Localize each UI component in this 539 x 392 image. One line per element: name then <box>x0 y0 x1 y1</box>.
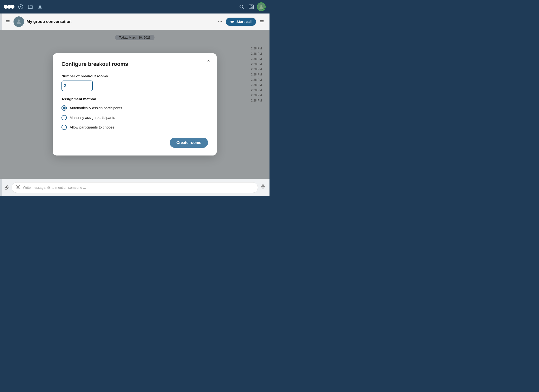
online-status-dot <box>263 8 265 10</box>
number-of-rooms-input[interactable] <box>61 81 93 91</box>
radio-manual-assign-label: Manually assign participants <box>70 115 115 120</box>
svg-line-7 <box>243 8 244 9</box>
create-rooms-button[interactable]: Create rooms <box>170 138 208 148</box>
svg-point-17 <box>220 21 220 22</box>
more-options-button[interactable] <box>216 18 224 26</box>
radio-manual-assign[interactable]: Manually assign participants <box>61 115 208 120</box>
message-input-field-container: Write message, @ to mention someone ... <box>12 182 258 193</box>
message-input-placeholder: Write message, @ to mention someone ... <box>23 186 254 189</box>
conversation-title: My group conversation <box>27 19 216 24</box>
modal-footer: Create rooms <box>61 138 208 148</box>
assignment-method-label: Assignment method <box>61 97 208 101</box>
svg-point-11 <box>260 5 262 7</box>
chat-area: Today, March 30, 2023 2:28 PM 2:28 PM 2:… <box>0 30 270 179</box>
svg-point-5 <box>39 6 41 7</box>
user-avatar[interactable] <box>257 2 266 11</box>
attach-button[interactable] <box>4 184 9 191</box>
svg-point-18 <box>221 21 222 22</box>
nav-right-area <box>238 2 266 11</box>
svg-point-4 <box>20 6 21 7</box>
search-icon[interactable] <box>238 3 245 11</box>
nextcloud-logo[interactable] <box>4 3 14 10</box>
svg-point-25 <box>17 186 18 187</box>
breakout-rooms-modal: × Configure breakout rooms Number of bre… <box>53 53 217 155</box>
modal-close-button[interactable]: × <box>205 58 212 64</box>
sidebar-toggle-right-button[interactable] <box>258 18 266 26</box>
assignment-method-radio-group: Automatically assign participants Manual… <box>61 105 208 130</box>
svg-point-26 <box>19 186 19 187</box>
radio-participants-choose-label: Allow participants to choose <box>70 125 115 129</box>
modal-overlay: × Configure breakout rooms Number of bre… <box>0 30 270 179</box>
start-call-label: Start call <box>236 20 252 24</box>
svg-rect-27 <box>262 185 264 187</box>
modal-title: Configure breakout rooms <box>61 61 208 67</box>
number-label: Number of breakout rooms <box>61 74 208 78</box>
number-of-rooms-section: Number of breakout rooms <box>61 74 208 91</box>
contacts-icon[interactable] <box>247 3 255 11</box>
radio-participants-choose-circle <box>61 125 67 130</box>
top-navbar <box>0 0 270 14</box>
svg-point-6 <box>240 5 243 8</box>
message-input-bar: Write message, @ to mention someone ... <box>0 179 270 196</box>
svg-point-0 <box>4 5 8 9</box>
svg-point-10 <box>251 6 252 7</box>
radio-auto-assign-label: Automatically assign participants <box>70 106 122 110</box>
radio-auto-assign[interactable]: Automatically assign participants <box>61 105 208 111</box>
microphone-button[interactable] <box>260 184 266 191</box>
emoji-button[interactable] <box>16 184 20 190</box>
files-icon[interactable] <box>27 3 34 10</box>
activity-icon[interactable] <box>17 3 24 10</box>
radio-manual-assign-circle <box>61 115 67 120</box>
svg-point-15 <box>18 19 20 21</box>
svg-rect-19 <box>230 21 233 23</box>
svg-marker-20 <box>233 20 234 23</box>
header-actions: Start call <box>216 18 266 26</box>
start-call-button[interactable]: Start call <box>226 18 256 26</box>
svg-point-2 <box>11 5 14 9</box>
menu-toggle-button[interactable] <box>4 18 12 26</box>
conversation-avatar <box>13 16 24 27</box>
radio-auto-assign-circle <box>61 105 67 111</box>
svg-point-16 <box>218 21 219 22</box>
chat-header: My group conversation Start call <box>0 14 270 30</box>
radio-participants-choose[interactable]: Allow participants to choose <box>61 125 208 130</box>
svg-point-24 <box>16 185 20 189</box>
talk-icon[interactable] <box>37 3 43 10</box>
svg-point-1 <box>7 5 11 9</box>
